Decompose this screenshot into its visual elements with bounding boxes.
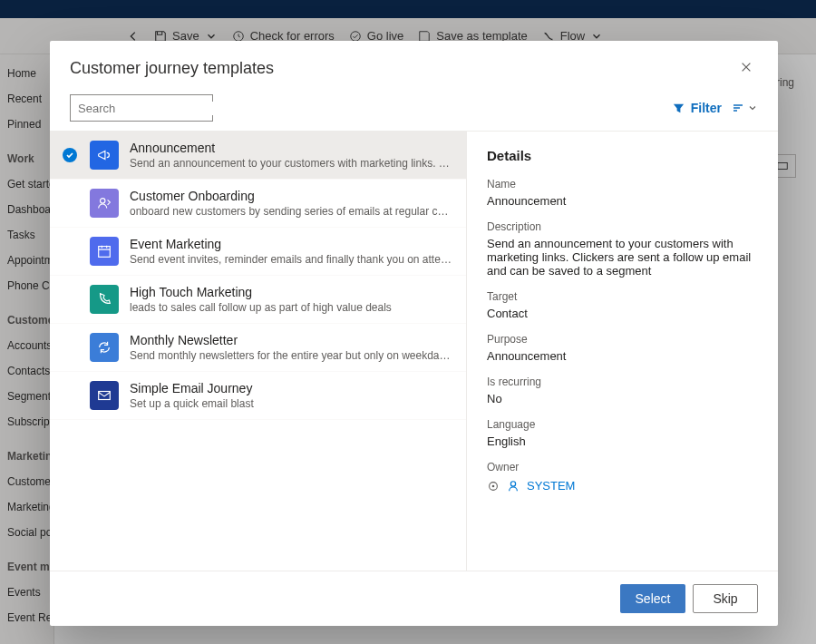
nav-tasks[interactable]: Tasks — [4, 223, 50, 247]
owner-value: SYSTEM — [527, 479, 575, 493]
template-row-onboarding[interactable]: Customer Onboarding onboard new customer… — [50, 180, 466, 228]
calendar-icon — [90, 237, 119, 266]
search-box[interactable] — [70, 94, 213, 122]
svg-point-4 — [101, 199, 105, 203]
filter-button[interactable]: Filter — [672, 101, 722, 115]
detail-value-purpose: Announcement — [487, 349, 758, 363]
detail-value-language: English — [487, 434, 758, 448]
details-pane: Details Name Announcement Description Se… — [467, 132, 778, 571]
detail-label-recurring: Is recurring — [487, 376, 758, 388]
app-title-bar — [0, 0, 816, 18]
phone-icon — [90, 285, 119, 314]
svg-rect-2 — [778, 163, 788, 170]
detail-label-owner: Owner — [487, 461, 758, 473]
template-row-newsletter[interactable]: Monthly Newsletter Send monthly newslett… — [50, 324, 466, 372]
template-desc: Set up a quick email blast — [130, 397, 453, 410]
detail-value-recurring: No — [487, 392, 758, 405]
templates-list: Announcement Send an announcement to you… — [50, 132, 467, 571]
svg-rect-6 — [99, 392, 111, 400]
close-icon — [740, 61, 753, 73]
search-input[interactable] — [78, 102, 230, 115]
nav-contacts[interactable]: Contacts — [4, 359, 50, 383]
template-row-hightouch[interactable]: High Touch Marketing leads to sales call… — [50, 276, 466, 324]
detail-value-description: Send an announcement to your customers w… — [487, 237, 758, 278]
template-name: High Touch Marketing — [130, 285, 453, 299]
template-name: Customer Onboarding — [130, 189, 453, 203]
close-button[interactable] — [734, 55, 758, 82]
nav-section-work: Work — [4, 147, 50, 171]
nav-segments[interactable]: Segments — [4, 385, 50, 408]
svg-point-1 — [351, 31, 361, 41]
nav-subscriptions[interactable]: Subscriptions — [4, 410, 50, 434]
nav-get-started[interactable]: Get started — [4, 172, 50, 196]
nav-marketing-emails[interactable]: Marketing emails — [4, 495, 50, 519]
detail-label-target: Target — [487, 290, 758, 303]
selected-check-icon — [63, 148, 77, 162]
template-row-announcement[interactable]: Announcement Send an announcement to you… — [50, 132, 466, 180]
modal-title: Customer journey templates — [70, 59, 274, 78]
detail-value-name: Announcement — [487, 194, 758, 208]
mail-icon — [90, 381, 119, 410]
megaphone-icon — [90, 141, 119, 170]
svg-point-8 — [492, 484, 495, 487]
nav-events[interactable]: Events — [4, 581, 50, 604]
filter-label: Filter — [691, 101, 722, 115]
chevron-down-icon — [747, 102, 758, 113]
nav-home[interactable]: Home — [4, 62, 50, 85]
template-desc: onboard new customers by sending series … — [130, 205, 453, 218]
template-name: Simple Email Journey — [130, 381, 453, 395]
expand-icon — [776, 160, 789, 172]
nav-section-marketing: Marketing execution — [4, 444, 50, 468]
nav-dashboards[interactable]: Dashboards — [4, 198, 50, 221]
detail-label-description: Description — [487, 220, 758, 233]
nav-social-posts[interactable]: Social posts — [4, 521, 50, 544]
svg-rect-5 — [99, 247, 111, 258]
nav-section-customers: Customers — [4, 308, 50, 332]
nav-recent[interactable]: Recent — [4, 87, 50, 111]
template-name: Event Marketing — [130, 237, 453, 251]
select-button[interactable]: Select — [620, 584, 685, 613]
onboarding-icon — [90, 189, 119, 218]
detail-label-name: Name — [487, 178, 758, 190]
template-desc: Send an announcement to your customers w… — [130, 157, 453, 170]
owner-row[interactable]: SYSTEM — [487, 479, 758, 493]
detail-value-target: Contact — [487, 307, 758, 320]
template-desc: leads to sales call follow up as part of… — [130, 301, 453, 314]
details-header: Details — [487, 148, 758, 163]
sort-icon — [731, 101, 745, 115]
template-row-event[interactable]: Event Marketing Send event invites, remi… — [50, 228, 466, 276]
target-icon — [487, 480, 500, 493]
detail-label-purpose: Purpose — [487, 333, 758, 346]
filter-icon — [672, 102, 685, 115]
skip-button[interactable]: Skip — [693, 584, 758, 613]
nav-section-event: Event management — [4, 555, 50, 579]
detail-label-language: Language — [487, 418, 758, 431]
sort-button[interactable] — [731, 101, 758, 115]
nav-pinned[interactable]: Pinned — [4, 112, 50, 136]
template-desc: Send monthly newsletters for the entire … — [130, 349, 453, 362]
refresh-icon — [90, 333, 119, 362]
templates-modal: Customer journey templates Filter — [50, 41, 778, 626]
svg-point-9 — [510, 481, 515, 485]
template-row-simple-email[interactable]: Simple Email Journey Set up a quick emai… — [50, 372, 466, 420]
nav-appointments[interactable]: Appointments — [4, 249, 50, 272]
template-name: Monthly Newsletter — [130, 333, 453, 347]
nav-accounts[interactable]: Accounts — [4, 334, 50, 357]
template-desc: Send event invites, reminder emails and … — [130, 253, 453, 266]
nav-phone-calls[interactable]: Phone Calls — [4, 274, 50, 298]
nav-event-registrations[interactable]: Event Registrations — [4, 606, 50, 629]
template-name: Announcement — [130, 141, 453, 155]
nav-sidebar: Home Recent Pinned Work Get started Dash… — [0, 54, 54, 644]
person-icon — [507, 480, 520, 493]
nav-customer-journeys[interactable]: Customer journeys — [4, 470, 50, 493]
